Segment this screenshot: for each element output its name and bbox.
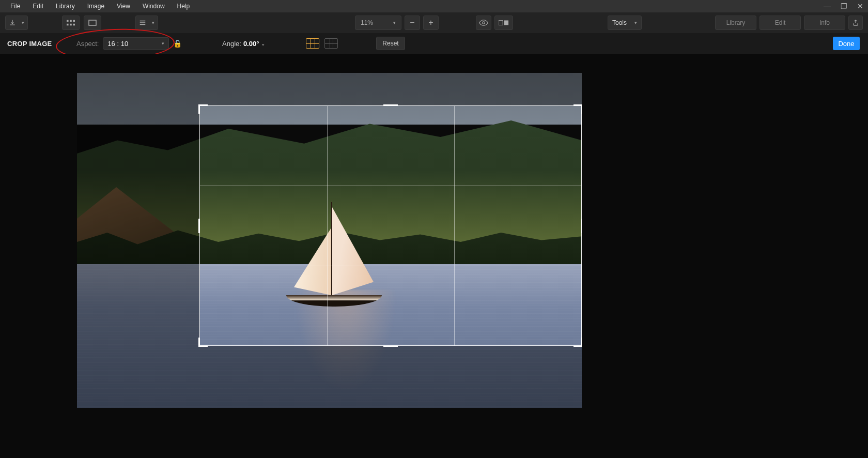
svg-rect-9	[504, 20, 508, 25]
zoom-select[interactable]: 11% ▾	[355, 16, 401, 30]
menu-library[interactable]: Library	[50, 0, 81, 12]
grid-thirds-button[interactable]	[306, 38, 319, 49]
svg-rect-6	[89, 20, 96, 25]
angle-value: 0.00°	[243, 40, 259, 48]
svg-rect-8	[499, 20, 503, 25]
menubar: File Edit Library Image View Window Help…	[0, 0, 868, 12]
image-viewport[interactable]	[77, 73, 582, 408]
crop-handle-tr[interactable]	[574, 104, 582, 114]
aspect-select[interactable]: 16 : 10 ▾	[103, 37, 169, 50]
crop-handle-left[interactable]	[198, 219, 200, 233]
chevron-down-icon: ⌄	[261, 41, 265, 47]
zoom-controls: 11% ▾ − +	[355, 16, 513, 30]
aspect-group: Aspect: 16 : 10 ▾ 🔒	[76, 37, 182, 50]
list-icon	[139, 20, 146, 26]
close-button[interactable]: ✕	[855, 2, 866, 10]
share-button[interactable]	[848, 16, 863, 30]
chevron-down-icon: ▾	[22, 20, 24, 25]
menu-view[interactable]: View	[111, 0, 136, 12]
filter-dropdown[interactable]: ▾	[135, 16, 158, 30]
lock-icon[interactable]: 🔒	[173, 39, 182, 48]
done-button[interactable]: Done	[833, 37, 860, 50]
window-controls: — ❐ ✕	[822, 0, 866, 12]
svg-rect-1	[70, 20, 72, 22]
crop-rectangle[interactable]	[199, 105, 582, 346]
chevron-down-icon: ▾	[162, 41, 164, 46]
compare-icon	[499, 20, 509, 26]
svg-rect-2	[73, 20, 75, 22]
eye-icon	[479, 20, 488, 26]
menu-window[interactable]: Window	[136, 0, 171, 12]
overlay-grid-group	[306, 38, 338, 49]
menu-image[interactable]: Image	[81, 0, 111, 12]
export-dropdown[interactable]: ▾	[5, 16, 28, 30]
menu-help[interactable]: Help	[171, 0, 196, 12]
library-panel-button[interactable]: Library	[715, 16, 756, 30]
single-view-icon	[88, 20, 97, 26]
tools-label: Tools	[612, 19, 627, 26]
minimize-button[interactable]: —	[822, 2, 833, 10]
crop-handle-tl[interactable]	[198, 104, 208, 114]
download-icon	[9, 19, 16, 26]
crop-options-bar: CROP IMAGE Aspect: 16 : 10 ▾ 🔒 Angle: 0.…	[0, 33, 868, 54]
menu-edit[interactable]: Edit	[26, 0, 50, 12]
info-panel-button[interactable]: Info	[804, 16, 845, 30]
preview-button[interactable]	[476, 16, 491, 30]
edit-panel-button[interactable]: Edit	[760, 16, 801, 30]
chevron-down-icon: ▾	[634, 20, 637, 25]
grid-phi-button[interactable]	[324, 38, 338, 49]
angle-group[interactable]: Angle: 0.00° ⌄	[222, 40, 265, 48]
aspect-value: 16 : 10	[107, 40, 128, 48]
main-toolbar: ▾ ▾ 11% ▾ − + Tools ▾ Library Edit	[0, 12, 868, 33]
angle-label: Angle:	[222, 40, 241, 48]
crop-handle-top[interactable]	[383, 104, 398, 106]
export-icon	[852, 19, 859, 26]
crop-handle-br[interactable]	[574, 338, 582, 347]
thumbnail-grid-icon	[67, 20, 75, 26]
zoom-value: 11%	[361, 19, 373, 26]
compare-button[interactable]	[494, 16, 513, 30]
single-view-button[interactable]	[84, 16, 101, 30]
crop-title: CROP IMAGE	[7, 40, 52, 48]
right-toolbar: Tools ▾ Library Edit Info	[608, 16, 863, 30]
plus-icon: +	[428, 18, 433, 27]
canvas-area	[0, 54, 868, 458]
svg-rect-3	[67, 24, 69, 26]
zoom-out-button[interactable]: −	[405, 16, 420, 30]
svg-rect-4	[70, 24, 72, 26]
svg-rect-5	[73, 24, 75, 26]
zoom-in-button[interactable]: +	[423, 16, 439, 30]
chevron-down-icon: ▾	[152, 20, 154, 25]
thumbnails-view-button[interactable]	[62, 16, 80, 30]
crop-handle-bottom[interactable]	[383, 345, 398, 347]
svg-point-7	[483, 22, 485, 24]
aspect-label: Aspect:	[76, 40, 99, 48]
tools-dropdown[interactable]: Tools ▾	[608, 16, 642, 30]
chevron-down-icon: ▾	[393, 20, 396, 25]
reset-button[interactable]: Reset	[376, 37, 405, 50]
svg-rect-0	[67, 20, 69, 22]
menu-file[interactable]: File	[4, 0, 26, 12]
crop-handle-right[interactable]	[581, 219, 582, 233]
minus-icon: −	[410, 18, 414, 27]
maximize-button[interactable]: ❐	[838, 2, 849, 10]
crop-handle-bl[interactable]	[198, 338, 208, 347]
